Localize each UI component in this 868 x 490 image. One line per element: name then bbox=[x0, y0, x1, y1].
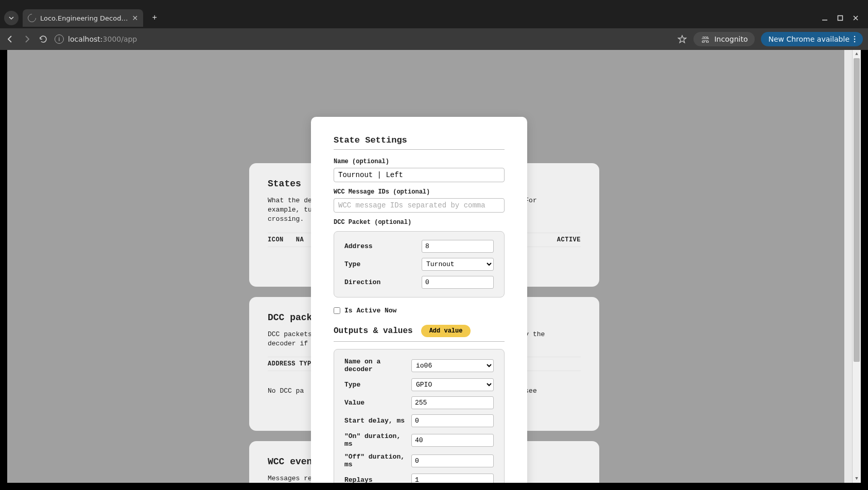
incognito-indicator[interactable]: Incognito bbox=[693, 32, 755, 46]
outputs-section-head: Outputs & values Add value bbox=[334, 325, 505, 342]
output-replays-input[interactable] bbox=[411, 474, 494, 483]
states-col-active: ACTIVE bbox=[557, 236, 581, 243]
output-off-duration-input[interactable] bbox=[411, 454, 494, 467]
output-name-select[interactable]: io06 bbox=[411, 359, 494, 372]
scroll-down-button[interactable]: ▼ bbox=[853, 475, 861, 483]
window-titlebar bbox=[0, 0, 868, 8]
dcc-type-select[interactable]: Turnout bbox=[422, 258, 494, 271]
output-on-duration-label: "On" duration, ms bbox=[344, 432, 411, 448]
browser-addressbar: i localhost:3000/app Incognito New Chrom… bbox=[0, 28, 868, 50]
tab-title: Loco.Engineering Decod… bbox=[40, 14, 128, 22]
output-start-delay-input[interactable] bbox=[411, 414, 494, 427]
tab-favicon-icon bbox=[26, 12, 38, 24]
tabs-dropdown-button[interactable] bbox=[4, 11, 19, 25]
output-value-input[interactable] bbox=[411, 396, 494, 409]
bookmark-button[interactable] bbox=[677, 34, 687, 44]
output-name-label: Name on a decoder bbox=[344, 358, 411, 373]
dcc-packet-box: Address Type Turnout Direction bbox=[334, 231, 505, 297]
modal-title: State Settings bbox=[334, 135, 505, 150]
name-label: Name (optional) bbox=[334, 158, 505, 165]
nav-back-button[interactable] bbox=[5, 34, 15, 44]
modal-overlay[interactable]: States What the de ived. For example, tu… bbox=[7, 50, 861, 483]
browser-tabbar: Loco.Engineering Decod… ✕ + bbox=[0, 8, 868, 28]
window-maximize-button[interactable] bbox=[837, 15, 843, 21]
chevron-down-icon bbox=[8, 15, 14, 21]
add-value-button[interactable]: Add value bbox=[421, 325, 471, 337]
svg-rect-1 bbox=[838, 16, 843, 21]
dcc-direction-input[interactable] bbox=[422, 276, 494, 289]
dcc-address-input[interactable] bbox=[422, 240, 494, 253]
nav-forward-button[interactable] bbox=[22, 34, 32, 44]
more-icon bbox=[854, 36, 856, 43]
is-active-checkbox[interactable] bbox=[334, 307, 340, 314]
incognito-label: Incognito bbox=[714, 35, 748, 43]
url-input-area[interactable]: i localhost:3000/app bbox=[55, 34, 671, 44]
arrow-left-icon bbox=[6, 34, 15, 44]
output-start-delay-label: Start delay, ms bbox=[344, 417, 411, 425]
browser-tab[interactable]: Loco.Engineering Decod… ✕ bbox=[23, 9, 143, 27]
name-input[interactable] bbox=[334, 168, 505, 182]
state-settings-modal: State Settings Name (optional) WCC Messa… bbox=[311, 117, 527, 483]
reload-icon bbox=[39, 34, 48, 44]
wcc-ids-label: WCC Message IDs (optional) bbox=[334, 188, 505, 196]
addressbar-right-controls: Incognito New Chrome available bbox=[677, 32, 863, 46]
outputs-box: Name on a decoder io06 Type GPIO Value S… bbox=[334, 349, 505, 483]
dcc-direction-label: Direction bbox=[344, 278, 422, 286]
outputs-title: Outputs & values bbox=[334, 326, 413, 336]
dcc-packet-label: DCC Packet (optional) bbox=[334, 219, 505, 226]
output-replays-label: Replays bbox=[344, 476, 411, 483]
inner-scrollbar[interactable] bbox=[844, 50, 852, 483]
page-scrollbar[interactable]: ▲ ▼ bbox=[852, 50, 861, 483]
is-active-label: Is Active Now bbox=[344, 307, 396, 314]
tab-close-button[interactable]: ✕ bbox=[132, 14, 138, 22]
window-minimize-button[interactable] bbox=[822, 15, 828, 21]
url-text: localhost:3000/app bbox=[68, 35, 137, 43]
svg-point-4 bbox=[854, 41, 856, 43]
site-info-icon[interactable]: i bbox=[55, 34, 64, 44]
star-icon bbox=[678, 34, 687, 44]
scroll-up-button[interactable]: ▲ bbox=[853, 50, 861, 58]
page-viewport: States What the de ived. For example, tu… bbox=[7, 50, 861, 483]
nav-reload-button[interactable] bbox=[38, 34, 48, 44]
incognito-icon bbox=[701, 36, 710, 43]
svg-point-3 bbox=[854, 39, 856, 40]
output-on-duration-input[interactable] bbox=[411, 434, 494, 447]
dcc-address-label: Address bbox=[344, 242, 422, 250]
is-active-row: Is Active Now bbox=[334, 307, 505, 314]
output-type-label: Type bbox=[344, 381, 411, 389]
output-type-select[interactable]: GPIO bbox=[411, 378, 494, 391]
window-controls bbox=[822, 15, 864, 21]
dcc-type-label: Type bbox=[344, 260, 422, 268]
output-value-label: Value bbox=[344, 399, 411, 407]
output-off-duration-label: "Off" duration, ms bbox=[344, 453, 411, 468]
states-col-icon: ICON bbox=[268, 236, 284, 243]
states-col-name: NA bbox=[296, 236, 304, 243]
new-tab-button[interactable]: + bbox=[147, 11, 162, 25]
chrome-update-button[interactable]: New Chrome available bbox=[761, 32, 863, 46]
scroll-thumb[interactable] bbox=[854, 58, 860, 362]
arrow-right-icon bbox=[22, 34, 31, 44]
svg-point-2 bbox=[854, 36, 856, 38]
chrome-update-label: New Chrome available bbox=[768, 35, 849, 43]
window-close-button[interactable] bbox=[853, 15, 859, 21]
wcc-ids-input[interactable] bbox=[334, 198, 505, 213]
